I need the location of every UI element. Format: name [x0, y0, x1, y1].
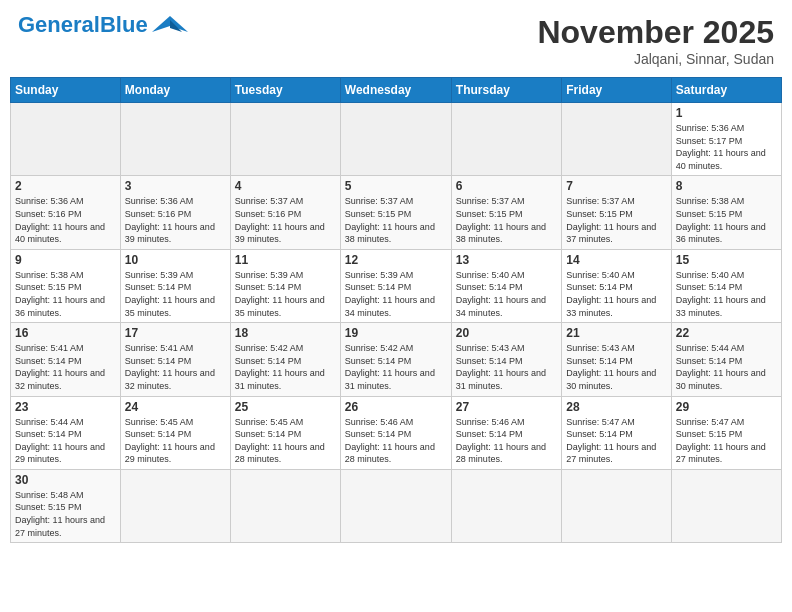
calendar-cell: 29Sunrise: 5:47 AMSunset: 5:15 PMDayligh… — [671, 396, 781, 469]
logo: GeneralBlue — [18, 14, 188, 36]
calendar-cell — [230, 103, 340, 176]
day-number: 4 — [235, 179, 336, 193]
logo-text: GeneralBlue — [18, 14, 148, 36]
calendar-cell: 19Sunrise: 5:42 AMSunset: 5:14 PMDayligh… — [340, 323, 451, 396]
calendar-cell — [11, 103, 121, 176]
cell-info: Sunrise: 5:40 AMSunset: 5:14 PMDaylight:… — [456, 269, 557, 319]
calendar-cell — [340, 469, 451, 542]
cell-info: Sunrise: 5:37 AMSunset: 5:16 PMDaylight:… — [235, 195, 336, 245]
calendar-cell: 3Sunrise: 5:36 AMSunset: 5:16 PMDaylight… — [120, 176, 230, 249]
calendar-week-row: 2Sunrise: 5:36 AMSunset: 5:16 PMDaylight… — [11, 176, 782, 249]
day-number: 29 — [676, 400, 777, 414]
month-title: November 2025 — [537, 14, 774, 51]
cell-info: Sunrise: 5:38 AMSunset: 5:15 PMDaylight:… — [676, 195, 777, 245]
day-number: 23 — [15, 400, 116, 414]
cell-info: Sunrise: 5:37 AMSunset: 5:15 PMDaylight:… — [345, 195, 447, 245]
cell-info: Sunrise: 5:48 AMSunset: 5:15 PMDaylight:… — [15, 489, 116, 539]
day-number: 8 — [676, 179, 777, 193]
calendar-cell: 24Sunrise: 5:45 AMSunset: 5:14 PMDayligh… — [120, 396, 230, 469]
day-number: 18 — [235, 326, 336, 340]
day-number: 28 — [566, 400, 666, 414]
calendar-cell — [562, 469, 671, 542]
calendar-cell — [671, 469, 781, 542]
calendar-cell — [451, 469, 561, 542]
location: Jalqani, Sinnar, Sudan — [537, 51, 774, 67]
calendar-header-row: SundayMondayTuesdayWednesdayThursdayFrid… — [11, 78, 782, 103]
calendar-cell: 23Sunrise: 5:44 AMSunset: 5:14 PMDayligh… — [11, 396, 121, 469]
cell-info: Sunrise: 5:44 AMSunset: 5:14 PMDaylight:… — [676, 342, 777, 392]
calendar-cell: 12Sunrise: 5:39 AMSunset: 5:14 PMDayligh… — [340, 249, 451, 322]
day-number: 25 — [235, 400, 336, 414]
calendar-cell: 18Sunrise: 5:42 AMSunset: 5:14 PMDayligh… — [230, 323, 340, 396]
cell-info: Sunrise: 5:45 AMSunset: 5:14 PMDaylight:… — [125, 416, 226, 466]
calendar-day-header: Tuesday — [230, 78, 340, 103]
cell-info: Sunrise: 5:38 AMSunset: 5:15 PMDaylight:… — [15, 269, 116, 319]
day-number: 7 — [566, 179, 666, 193]
calendar-week-row: 16Sunrise: 5:41 AMSunset: 5:14 PMDayligh… — [11, 323, 782, 396]
calendar-cell — [120, 469, 230, 542]
calendar-cell: 5Sunrise: 5:37 AMSunset: 5:15 PMDaylight… — [340, 176, 451, 249]
day-number: 17 — [125, 326, 226, 340]
calendar-cell: 13Sunrise: 5:40 AMSunset: 5:14 PMDayligh… — [451, 249, 561, 322]
calendar-cell: 30Sunrise: 5:48 AMSunset: 5:15 PMDayligh… — [11, 469, 121, 542]
cell-info: Sunrise: 5:40 AMSunset: 5:14 PMDaylight:… — [676, 269, 777, 319]
logo-bird-icon — [152, 14, 188, 36]
cell-info: Sunrise: 5:42 AMSunset: 5:14 PMDaylight:… — [235, 342, 336, 392]
calendar-cell: 22Sunrise: 5:44 AMSunset: 5:14 PMDayligh… — [671, 323, 781, 396]
page-header: GeneralBlue November 2025 Jalqani, Sinna… — [10, 10, 782, 71]
cell-info: Sunrise: 5:36 AMSunset: 5:17 PMDaylight:… — [676, 122, 777, 172]
calendar-cell: 4Sunrise: 5:37 AMSunset: 5:16 PMDaylight… — [230, 176, 340, 249]
calendar-day-header: Wednesday — [340, 78, 451, 103]
calendar-week-row: 9Sunrise: 5:38 AMSunset: 5:15 PMDaylight… — [11, 249, 782, 322]
day-number: 9 — [15, 253, 116, 267]
day-number: 21 — [566, 326, 666, 340]
calendar-week-row: 23Sunrise: 5:44 AMSunset: 5:14 PMDayligh… — [11, 396, 782, 469]
day-number: 3 — [125, 179, 226, 193]
calendar-cell: 20Sunrise: 5:43 AMSunset: 5:14 PMDayligh… — [451, 323, 561, 396]
cell-info: Sunrise: 5:43 AMSunset: 5:14 PMDaylight:… — [566, 342, 666, 392]
calendar-day-header: Thursday — [451, 78, 561, 103]
cell-info: Sunrise: 5:43 AMSunset: 5:14 PMDaylight:… — [456, 342, 557, 392]
day-number: 5 — [345, 179, 447, 193]
day-number: 14 — [566, 253, 666, 267]
calendar-week-row: 1Sunrise: 5:36 AMSunset: 5:17 PMDaylight… — [11, 103, 782, 176]
calendar-cell — [230, 469, 340, 542]
calendar-cell: 16Sunrise: 5:41 AMSunset: 5:14 PMDayligh… — [11, 323, 121, 396]
day-number: 10 — [125, 253, 226, 267]
day-number: 11 — [235, 253, 336, 267]
cell-info: Sunrise: 5:41 AMSunset: 5:14 PMDaylight:… — [125, 342, 226, 392]
calendar-cell: 27Sunrise: 5:46 AMSunset: 5:14 PMDayligh… — [451, 396, 561, 469]
calendar-cell: 26Sunrise: 5:46 AMSunset: 5:14 PMDayligh… — [340, 396, 451, 469]
cell-info: Sunrise: 5:40 AMSunset: 5:14 PMDaylight:… — [566, 269, 666, 319]
calendar-day-header: Saturday — [671, 78, 781, 103]
cell-info: Sunrise: 5:42 AMSunset: 5:14 PMDaylight:… — [345, 342, 447, 392]
calendar-cell — [562, 103, 671, 176]
day-number: 15 — [676, 253, 777, 267]
day-number: 22 — [676, 326, 777, 340]
cell-info: Sunrise: 5:47 AMSunset: 5:14 PMDaylight:… — [566, 416, 666, 466]
cell-info: Sunrise: 5:36 AMSunset: 5:16 PMDaylight:… — [15, 195, 116, 245]
day-number: 30 — [15, 473, 116, 487]
day-number: 19 — [345, 326, 447, 340]
calendar-day-header: Friday — [562, 78, 671, 103]
day-number: 24 — [125, 400, 226, 414]
calendar-cell: 25Sunrise: 5:45 AMSunset: 5:14 PMDayligh… — [230, 396, 340, 469]
calendar-cell — [340, 103, 451, 176]
calendar-cell: 10Sunrise: 5:39 AMSunset: 5:14 PMDayligh… — [120, 249, 230, 322]
day-number: 6 — [456, 179, 557, 193]
calendar-cell: 15Sunrise: 5:40 AMSunset: 5:14 PMDayligh… — [671, 249, 781, 322]
calendar-cell: 1Sunrise: 5:36 AMSunset: 5:17 PMDaylight… — [671, 103, 781, 176]
day-number: 1 — [676, 106, 777, 120]
day-number: 13 — [456, 253, 557, 267]
calendar-cell: 7Sunrise: 5:37 AMSunset: 5:15 PMDaylight… — [562, 176, 671, 249]
day-number: 12 — [345, 253, 447, 267]
calendar-cell: 17Sunrise: 5:41 AMSunset: 5:14 PMDayligh… — [120, 323, 230, 396]
calendar-cell: 6Sunrise: 5:37 AMSunset: 5:15 PMDaylight… — [451, 176, 561, 249]
calendar-cell: 11Sunrise: 5:39 AMSunset: 5:14 PMDayligh… — [230, 249, 340, 322]
cell-info: Sunrise: 5:37 AMSunset: 5:15 PMDaylight:… — [456, 195, 557, 245]
cell-info: Sunrise: 5:39 AMSunset: 5:14 PMDaylight:… — [125, 269, 226, 319]
cell-info: Sunrise: 5:45 AMSunset: 5:14 PMDaylight:… — [235, 416, 336, 466]
calendar-table: SundayMondayTuesdayWednesdayThursdayFrid… — [10, 77, 782, 543]
day-number: 20 — [456, 326, 557, 340]
cell-info: Sunrise: 5:46 AMSunset: 5:14 PMDaylight:… — [345, 416, 447, 466]
